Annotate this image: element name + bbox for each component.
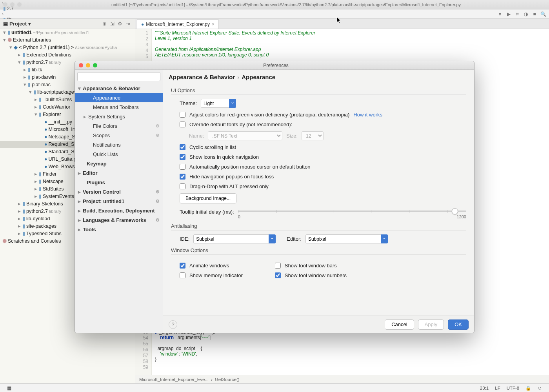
stop-button[interactable]: ■ (530, 10, 539, 18)
vision-deficiency-label: Adjust colors for red-green vision defic… (189, 112, 349, 118)
breadcrumb-item[interactable]: ▮ Versions (2, 0, 73, 0)
prefs-nav-item[interactable]: Plugins (75, 178, 163, 187)
tool-window-bars-checkbox[interactable] (275, 263, 281, 269)
theme-select[interactable]: Light (201, 99, 236, 108)
prefs-nav-item[interactable]: ▸Editor (75, 168, 163, 178)
prefs-nav-item[interactable]: File Colors⚙ (75, 121, 163, 131)
close-icon[interactable] (79, 63, 83, 67)
hide-nav-popups-checkbox[interactable] (180, 174, 185, 180)
quick-nav-icons-checkbox[interactable] (180, 154, 185, 160)
tab-label: Microsoft_Internet_Explorer.py (146, 22, 210, 27)
preferences-tree[interactable]: ▾Appearance & BehaviorAppearanceMenus an… (75, 83, 163, 333)
status-bar: ▦ 23:1 LF UTF-8 🔒 ☺ (0, 383, 549, 392)
status-icon[interactable]: ▦ (4, 385, 15, 391)
tooltip-delay-slider[interactable]: 0 1200 (238, 207, 466, 219)
hide-nav-popups-label: Hide navigation popups on focus loss (189, 174, 274, 180)
section-antialiasing: Antialiasing (171, 223, 466, 230)
coverage-button[interactable]: ◑ (522, 10, 530, 18)
crumb-method[interactable]: GetSource() (215, 377, 240, 382)
slider-max: 1200 (457, 214, 466, 219)
aa-editor-select[interactable]: Subpixel (305, 234, 388, 243)
settings-gear-icon[interactable]: ⚙ (116, 20, 124, 28)
editor-breadcrumbs: Microsoft_Internet_Explorer_Eve... › Get… (135, 375, 549, 383)
dialog-footer: ? Cancel Apply OK (163, 316, 474, 333)
project-tab-label[interactable]: Project (9, 21, 27, 27)
preferences-breadcrumb: Appearance & Behavior›Appearance (163, 70, 474, 83)
readonly-lock-icon[interactable]: 🔒 (522, 385, 534, 391)
tool-window-numbers-label: Show tool window numbers (285, 272, 347, 278)
how-it-works-link[interactable]: How it works (353, 112, 382, 118)
python-file-icon: ● (141, 22, 144, 27)
crumb-category: Appearance & Behavior (169, 74, 235, 80)
gutter: 53545556575859 (135, 328, 152, 375)
font-size-select[interactable]: 12 (302, 131, 324, 140)
prefs-nav-item[interactable]: ▸Version Control⚙ (75, 187, 163, 196)
tree-node[interactable]: ▾▮ untitled1 ~/PycharmProjects/untitled1 (0, 29, 135, 36)
prefs-nav-item[interactable]: Keymap (75, 159, 163, 168)
preferences-search-input[interactable] (77, 72, 160, 81)
tree-node[interactable]: ▾◆ < Python 2.7 (untitled1) > /Users/ors… (0, 44, 135, 51)
run-config-dropdown[interactable]: ▾ (496, 10, 504, 18)
breadcrumb-item[interactable]: ▮ 2.7 (2, 6, 73, 11)
prefs-nav-item[interactable]: Appearance (75, 93, 163, 102)
cyclic-scrolling-label: Cyclic scrolling in list (189, 144, 236, 150)
prefs-nav-item[interactable]: ▸Languages & Frameworks⚙ (75, 215, 163, 225)
zoom-icon[interactable] (93, 63, 97, 67)
cancel-button[interactable]: Cancel (385, 319, 414, 330)
inspection-icon[interactable]: ☺ (534, 386, 545, 390)
prefs-nav-item[interactable]: ▾Appearance & Behavior (75, 83, 163, 93)
window-title: untitled1 [~/PycharmProjects/untitled1] … (26, 2, 546, 7)
background-image-button[interactable]: Background Image... (180, 193, 236, 203)
preferences-dialog: Preferences ▾Appearance & BehaviorAppear… (75, 61, 474, 333)
scroll-from-source-icon[interactable]: ⊕ (100, 20, 108, 28)
tool-window-numbers-checkbox[interactable] (275, 272, 281, 278)
editor-tabs: ● Microsoft_Internet_Explorer.py × (135, 19, 549, 29)
font-size-label: Size: (286, 133, 298, 139)
code-editor-bottom[interactable]: 53545556575859 if _arguments.has_key('--… (135, 328, 549, 375)
font-name-select[interactable]: .SF NS Text (208, 131, 282, 140)
memory-indicator-checkbox[interactable] (180, 272, 185, 278)
prefs-nav-item[interactable]: ▸System Settings (75, 112, 163, 121)
override-fonts-label: Override default fonts by (not recommend… (189, 122, 292, 127)
caret-position[interactable]: 23:1 (477, 386, 492, 390)
prefs-nav-item[interactable]: Notifications (75, 140, 163, 149)
minimize-icon[interactable] (86, 63, 90, 67)
aa-ide-select[interactable]: Subpixel (193, 234, 276, 243)
section-window-options: Window Options (171, 247, 466, 255)
auto-mouse-label: Automatically position mouse cursor on d… (189, 164, 311, 170)
editor-tab[interactable]: ● Microsoft_Internet_Explorer.py × (137, 19, 219, 29)
source[interactable]: if _arguments.has_key('----'): return _a… (152, 328, 549, 375)
line-separator[interactable]: LF (492, 386, 503, 390)
help-button[interactable]: ? (169, 320, 177, 329)
auto-mouse-checkbox[interactable] (180, 164, 185, 170)
prefs-nav-item[interactable]: ▸Tools (75, 225, 163, 234)
project-header: ▤ Project ▾ ⊕ ⇲ ⚙ ⇥ (0, 19, 135, 29)
close-tab-icon[interactable]: × (212, 22, 215, 27)
prefs-nav-item[interactable]: Quick Lists (75, 149, 163, 159)
search-everywhere-icon[interactable]: 🔍 (539, 10, 547, 18)
ok-button[interactable]: OK (448, 319, 469, 330)
cyclic-scrolling-checkbox[interactable] (180, 144, 185, 150)
animate-windows-checkbox[interactable] (180, 263, 185, 269)
window-titlebar: untitled1 [~/PycharmProjects/untitled1] … (0, 0, 549, 9)
vision-deficiency-checkbox[interactable] (180, 112, 185, 118)
debug-button[interactable]: ⌗ (513, 10, 522, 18)
override-fonts-checkbox[interactable] (180, 122, 185, 127)
collapse-all-icon[interactable]: ⇲ (108, 20, 116, 28)
hide-icon[interactable]: ⇥ (124, 20, 132, 28)
crumb-class[interactable]: Microsoft_Internet_Explorer_Eve... (139, 377, 209, 382)
apply-button[interactable]: Apply (418, 319, 444, 330)
dnd-alt-checkbox[interactable] (180, 183, 185, 189)
file-encoding[interactable]: UTF-8 (504, 386, 523, 390)
run-button[interactable]: ▶ (504, 10, 513, 18)
prefs-nav-item[interactable]: Scopes⚙ (75, 131, 163, 140)
prefs-nav-item[interactable]: ▸Project: untitled1⚙ (75, 196, 163, 206)
tool-window-bars-label: Show tool window bars (285, 263, 337, 269)
quick-nav-icons-label: Show icons in quick navigation (189, 154, 259, 160)
dnd-alt-label: Drag-n-Drop with ALT pressed only (189, 183, 269, 189)
tree-node[interactable]: ▾⬢ External Libraries (0, 36, 135, 44)
prefs-nav-item[interactable]: ▸Build, Execution, Deployment (75, 206, 163, 215)
tree-node[interactable]: ▸▮ Extended Definitions (0, 51, 135, 59)
prefs-nav-item[interactable]: Menus and Toolbars (75, 102, 163, 112)
project-tab-icon: ▤ (3, 21, 8, 27)
